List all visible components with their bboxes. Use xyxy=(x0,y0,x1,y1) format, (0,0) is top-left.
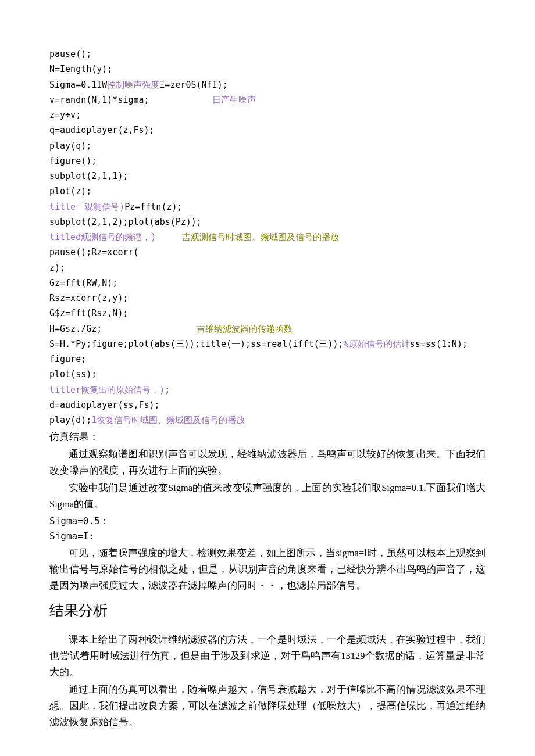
code-line: subplot(2,1,2);plot(abs(Pz)); xyxy=(49,214,486,230)
code-line: figure; xyxy=(49,352,486,367)
code-text: Ξ=zerθS(NfI); xyxy=(159,80,227,90)
code-line: play(q); xyxy=(49,138,486,153)
code-line: Sigma=0.1IW控制噪声强度Ξ=zerθS(NfI); xyxy=(49,77,486,92)
simulation-result-label: 仿真结果： xyxy=(49,429,486,445)
code-line: H=Gsz./Gz; 吉维纳滤波器的传递函数 xyxy=(49,321,486,336)
code-text: play(d); xyxy=(49,415,91,425)
code-line: pause();Rz=xcorr( xyxy=(49,245,486,260)
body-paragraph: 通过上面的仿真可以看出，随着噪声越大，信号衰减越大，对于信噪比不高的情况滤波效果… xyxy=(49,682,486,730)
code-line: G$z=fft(Rsz,N); xyxy=(49,306,486,321)
code-line: N=Iength(y); xyxy=(49,62,486,77)
code-text: ; xyxy=(165,385,170,395)
code-line: plot(ss); xyxy=(49,367,486,382)
code-comment: titled观测信号的频谱，) xyxy=(49,232,182,242)
code-line: plot(z); xyxy=(49,184,486,199)
code-line: Gz=fft(RW,N); xyxy=(49,275,486,291)
code-comment: 1恢复信号时域图、频域图及信号的播放 xyxy=(91,415,245,425)
code-text: ss=ss(1:N); xyxy=(410,339,468,349)
code-line: q=audioplayer(z,Fs); xyxy=(49,123,486,138)
code-text: Pz=fftn(z); xyxy=(124,202,182,212)
code-line: figure(); xyxy=(49,153,486,169)
code-line: title「观测信号)Pz=fftn(z); xyxy=(49,199,486,214)
code-text: v=randn(N,1)*sigma; xyxy=(49,95,212,105)
body-paragraph: 实验中我们是通过改变Sigma的值来改变噪声强度的，上面的实验我们取Sigma=… xyxy=(49,480,486,513)
code-text: H=Gsz./Gz; xyxy=(49,324,197,334)
code-line: play(d);1恢复信号时域图、频域图及信号的播放 xyxy=(49,413,486,428)
sigma-label: Sigma=I: xyxy=(49,529,486,544)
section-title: 结果分析 xyxy=(49,597,486,624)
code-comment: titler恢复出的原始信号，) xyxy=(49,385,165,395)
code-line: Rsz=xcorr(z,y); xyxy=(49,291,486,306)
code-line: subplot(2,1,1); xyxy=(49,169,486,184)
code-line: S=H.*Py;figure;plot(abs(三));title(一);ss=… xyxy=(49,336,486,352)
code-comment: 日产生噪声 xyxy=(212,95,256,105)
code-line: d=audioplayer(ss,Fs); xyxy=(49,397,486,413)
code-line: titled观测信号的频谱，) 吉观测信号时域图、频域图及信号的播放 xyxy=(49,230,486,245)
code-line: pause(); xyxy=(49,46,486,62)
code-comment: 吉维纳滤波器的传递函数 xyxy=(197,324,293,334)
code-text: Sigma=0.1IW xyxy=(49,80,107,90)
code-line: titler恢复出的原始信号，); xyxy=(49,382,486,397)
code-line: z); xyxy=(49,260,486,275)
code-line: v=randn(N,1)*sigma; 日产生噪声 xyxy=(49,92,486,108)
body-paragraph: 课本上给出了两种设计维纳滤波器的方法，一个是时域法，一个是频域法，在实验过程中，… xyxy=(49,632,486,680)
code-text: S=H.*Py;figure;plot(abs(三));title(一);ss=… xyxy=(49,339,344,349)
body-paragraph: 通过观察频谱图和识别声音可以发现，经维纳滤波器后，鸟鸣声可以较好的恢复出来。下面… xyxy=(49,446,486,479)
body-paragraph: 可见，随着噪声强度的增大，检测效果变差，如上图所示，当sigma=l时，虽然可以… xyxy=(49,545,486,594)
sigma-label: Sigma=0.5： xyxy=(49,514,486,529)
code-line: z=y÷v; xyxy=(49,108,486,123)
code-comment: 吉观测信号时域图、频域图及信号的播放 xyxy=(182,232,339,242)
code-comment: 控制噪声强度 xyxy=(107,80,159,90)
code-comment: title「观测信号) xyxy=(49,202,124,212)
code-comment: %原始信号的估计 xyxy=(344,339,410,349)
